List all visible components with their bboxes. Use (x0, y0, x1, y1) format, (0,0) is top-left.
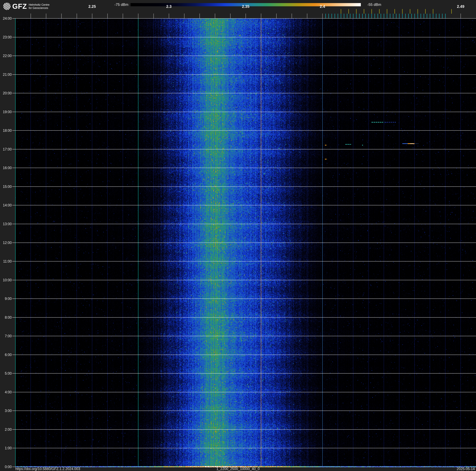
doi-link[interactable]: https://doi.org/10.5880/GFZ.1.2.2024.003 (15, 467, 80, 471)
time-tick-label: 7:00 (5, 334, 12, 338)
freq-tick-label: 2.3 (166, 4, 172, 9)
time-tick-label: 5:00 (5, 371, 12, 376)
spectrogram-page: GFZ Helmholtz Centre for Geosciences -75… (0, 0, 476, 471)
time-tick-label: 6:00 (5, 353, 12, 357)
time-tick-label: 16:00 (3, 166, 12, 170)
date-label: 2025-05-14 (457, 467, 475, 471)
time-tick-label: 21:00 (3, 72, 12, 76)
time-tick-label: 14:00 (3, 203, 12, 207)
time-tick-label: 2:00 (5, 427, 12, 432)
gfz-subtitle: Helmholtz Centre for Geosciences (29, 3, 50, 10)
gfz-logo: GFZ Helmholtz Centre for Geosciences (3, 2, 50, 10)
gfz-brand-text: GFZ (12, 2, 27, 10)
freq-tick-label: 2.35 (242, 4, 250, 9)
freq-tick-label: 2.49 (457, 4, 464, 9)
colorbar-min-label: -75 dBm (114, 2, 128, 7)
time-tick-label: 18:00 (3, 128, 12, 133)
time-tick-label: 8:00 (5, 315, 12, 319)
time-tick-label: 23:00 (3, 35, 12, 39)
time-tick-label: 17:00 (3, 147, 12, 151)
colorbar-max-label: -55 dBm (367, 2, 381, 7)
time-tick-label: 11:00 (3, 259, 12, 263)
spectrogram-canvas (0, 0, 476, 471)
time-tick-label: 1:00 (5, 446, 12, 450)
dataset-id: 1_2200_2500_10000_40_0 (216, 467, 259, 471)
time-tick-label: 20:00 (3, 91, 12, 95)
time-tick-label: 19:00 (3, 110, 12, 114)
time-tick-label: 0:00 (5, 465, 12, 469)
time-tick-label: 13:00 (3, 222, 12, 226)
time-tick-label: 10:00 (3, 278, 12, 282)
freq-tick-label: 2.4 (320, 4, 325, 9)
time-tick-label: 24:00 (3, 17, 12, 21)
time-tick-label: 4:00 (5, 390, 12, 394)
time-tick-label: 3:00 (5, 409, 12, 413)
gfz-logo-icon (3, 2, 11, 10)
time-tick-label: 9:00 (5, 297, 12, 301)
time-tick-label: 12:00 (3, 241, 12, 245)
freq-tick-label: 2.25 (88, 4, 96, 9)
time-tick-label: 22:00 (3, 54, 12, 58)
time-tick-label: 15:00 (3, 184, 12, 189)
